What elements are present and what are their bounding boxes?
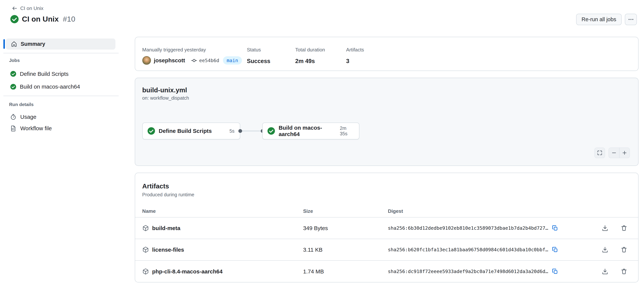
sidebar: Summary Jobs Define Build Scripts Build … [0,0,122,292]
artifact-digest: sha256:dc918f72eeee5933adef9a2bc0a71e749… [388,269,548,274]
artifact-name[interactable]: license-files [152,247,184,253]
column-header-size: Size [303,208,388,214]
actor-login[interactable]: josephscott [154,57,185,64]
commit-link[interactable]: ee54b6d [191,57,219,64]
sidebar-item-workflow-file[interactable]: Workflow file [0,124,118,133]
copy-icon[interactable] [552,225,558,231]
rerun-all-jobs-button[interactable]: Re-run all jobs [576,14,622,25]
workflow-graph-card: build-unix.yml on: workflow_dispatch Def… [135,78,638,166]
commit-sha: ee54b6d [199,58,219,63]
selected-indicator [4,39,5,49]
artifact-size: 3.11 KB [303,247,388,253]
copy-icon[interactable] [552,268,558,275]
run-detail-label: Usage [20,114,36,120]
duration-label: Total duration [295,47,325,53]
graph-node-define-build-scripts[interactable]: Define Build Scripts 5s [142,123,240,140]
node-duration: 2m 35s [336,126,354,137]
edge-dot [238,129,242,133]
artifact-size: 1.74 MB [303,268,388,275]
branch-badge[interactable]: main [223,56,242,65]
graph-node-build-on-macos[interactable]: Build on macos-aarch64 2m 35s [262,123,360,140]
sidebar-item-usage[interactable]: Usage [0,112,118,121]
table-row: php-cli-8.4-macos-aarch64 1.74 MB sha256… [135,261,638,282]
workflow-run-page: CI on Unix CI on Unix #10 Re-run all job… [0,0,644,292]
sidebar-item-job-build-on-macos[interactable]: Build on macos-aarch64 [0,82,118,91]
copy-icon[interactable] [552,247,558,253]
artifacts-card: Artifacts Produced during runtime Name S… [135,173,638,283]
check-circle-icon [10,84,16,90]
sidebar-item-label: Summary [21,41,45,47]
fullscreen-button[interactable] [594,147,605,158]
table-row: license-files 3.11 KB sha256:b620fc1bfa1… [135,239,638,261]
zoom-in-button[interactable] [619,148,630,158]
graph-edge [240,131,262,131]
graph-controls [594,147,630,158]
kebab-horizontal-icon [628,16,634,22]
home-icon [11,41,17,47]
run-summary-card: Manually triggered yesterday josephscott… [135,37,638,71]
artifact-name[interactable]: build-meta [152,225,180,231]
git-commit-icon [191,57,197,64]
zoom-out-button[interactable] [609,148,619,158]
check-circle-icon [10,71,16,77]
sidebar-item-summary[interactable]: Summary [6,38,116,50]
check-circle-icon [268,127,275,135]
trash-icon[interactable] [621,268,627,275]
sidebar-divider [4,96,119,96]
artifacts-table: Name Size Digest build-meta 349 Bytes sh… [135,205,638,282]
avatar[interactable] [142,56,151,65]
actor-row: josephscott ee54b6d main [142,56,242,65]
artifacts-count-value: 3 [346,57,364,65]
check-circle-icon [148,127,155,135]
trigger-label: Manually triggered yesterday [142,47,242,53]
more-options-button[interactable] [625,14,637,25]
job-label: Build on macos-aarch64 [20,84,80,90]
table-header-row: Name Size Digest [135,205,638,217]
node-label: Define Build Scripts [159,128,212,134]
zoom-control-group [608,147,630,158]
download-icon[interactable] [602,225,608,231]
column-header-name: Name [142,208,303,214]
package-icon [142,225,149,231]
column-header-digest: Digest [388,208,597,214]
package-icon [142,246,149,253]
status-column: Status Success [247,47,270,66]
trash-icon[interactable] [621,246,627,253]
status-label: Status [247,47,270,53]
node-duration: 5s [226,128,234,134]
node-label: Build on macos-aarch64 [278,125,336,137]
download-icon[interactable] [602,246,608,253]
file-code-icon [10,125,16,132]
artifact-digest: sha256:6b30d12dedbe9102eb810e1c3589073db… [388,225,548,231]
duration-column: Total duration 2m 49s [295,47,325,66]
download-icon[interactable] [602,268,608,275]
duration-value: 2m 49s [295,57,325,65]
artifacts-count-column: Artifacts 3 [346,47,364,66]
trash-icon[interactable] [621,225,627,231]
sidebar-item-job-define-build-scripts[interactable]: Define Build Scripts [0,69,118,78]
artifacts-subtitle: Produced during runtime [142,192,194,197]
artifacts-count-label: Artifacts [346,47,364,53]
sidebar-section-run-details: Run details [9,102,34,107]
minus-icon [611,150,617,156]
run-detail-label: Workflow file [20,125,52,132]
artifact-size: 349 Bytes [303,225,388,231]
sidebar-section-jobs: Jobs [9,58,20,63]
stopwatch-icon [10,114,16,120]
artifacts-title: Artifacts [142,182,169,190]
workflow-trigger: on: workflow_dispatch [142,95,189,101]
package-icon [142,268,149,275]
artifact-name[interactable]: php-cli-8.4-macos-aarch64 [152,268,222,275]
sidebar-divider [4,53,119,53]
plus-icon [622,150,628,156]
status-value: Success [247,57,270,65]
header-actions: Re-run all jobs [576,14,637,25]
table-row: build-meta 349 Bytes sha256:6b30d12dedbe… [135,217,638,239]
fullscreen-icon [597,150,603,156]
workflow-file-name: build-unix.yml [142,86,187,94]
job-label: Define Build Scripts [20,71,68,77]
trigger-column: Manually triggered yesterday josephscott… [142,47,242,65]
artifact-digest: sha256:b620fc1bfa13ec1a81baa96758d0984c6… [388,247,548,252]
